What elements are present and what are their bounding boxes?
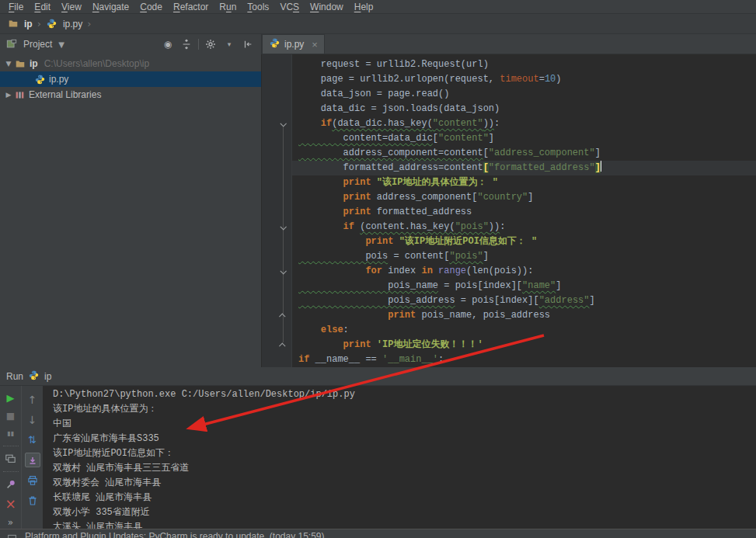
breadcrumb-label: ip [24, 19, 33, 30]
status-bar: Platform and Plugin Updates: PyCharm is … [0, 529, 756, 538]
code-line: print address_component["country"] [292, 190, 756, 205]
console-line: 该IP地址的具体位置为： [53, 402, 756, 417]
breadcrumb-chevron-icon: › [87, 18, 91, 30]
project-panel-title[interactable]: Project [23, 39, 52, 50]
project-panel-header: Project ▼ ◉▾ [0, 34, 262, 54]
code-line: pois_name = pois[index]["name"] [292, 279, 756, 293]
code-line: address_component=content["address_compo… [292, 146, 756, 161]
run-toolbar-right: ↑↓⇅ [22, 386, 44, 529]
run-tool-window: Run ip ▶■▮▮×» ↑↓⇅ D:\Python27\python.exe… [0, 367, 756, 529]
code-line: request = urllib2.Request(url) [292, 57, 756, 72]
fold-open-icon[interactable] [278, 223, 287, 231]
stop-icon[interactable]: ■ [3, 410, 19, 422]
tree-item-ip[interactable]: ▼ipC:\Users\allen\Desktop\ip [0, 56, 261, 71]
project-title-caret-icon[interactable]: ▼ [58, 40, 64, 49]
menu-bar: FileEditViewNavigateCodeRefactorRunTools… [0, 0, 756, 13]
code-line: formatted_address=content["formatted_add… [292, 161, 756, 175]
printer-icon[interactable] [25, 473, 40, 488]
code-line: if(data_dic.has_key("content")): [292, 116, 756, 131]
hide-panel-icon[interactable] [241, 37, 255, 51]
project-toolwindow-icon [5, 37, 19, 51]
pycharm-window: FileEditViewNavigateCodeRefactorRunTools… [0, 0, 756, 538]
tab-close-icon[interactable]: × [312, 39, 318, 50]
trash-icon[interactable] [25, 493, 40, 508]
fold-open-icon[interactable] [278, 267, 287, 276]
breadcrumb-chevron-icon: › [37, 18, 41, 30]
locate-icon[interactable]: ◉ [161, 37, 175, 51]
menu-item-window[interactable]: Window [305, 2, 349, 12]
console-line: 双墩村委会 汕尾市海丰县 [53, 476, 756, 491]
menu-item-navigate[interactable]: Navigate [87, 2, 134, 12]
pin-icon[interactable] [3, 478, 19, 491]
menu-item-run[interactable]: Run [214, 2, 242, 12]
cycle-icon[interactable]: ⇅ [25, 432, 40, 447]
dropdown-caret-icon[interactable]: ▾ [222, 37, 236, 51]
python-icon [35, 75, 45, 85]
tree-item-label: ip.py [49, 74, 68, 85]
tree-expand-icon[interactable]: ▶ [3, 91, 14, 99]
code-line: content=data_dic["content"] [292, 131, 756, 146]
code-line: else: [292, 323, 756, 338]
console-line: D:\Python27\python.exe C:/Users/allen/De… [53, 387, 756, 402]
console-line: 中国 [53, 417, 756, 432]
libraries-icon [15, 90, 25, 100]
project-panel-toolbar: ◉▾ [161, 37, 261, 51]
run-panel-title[interactable]: Run [6, 371, 23, 382]
code-editor[interactable]: request = urllib2.Request(url) page = ur… [262, 54, 756, 367]
menu-item-view[interactable]: View [56, 2, 87, 12]
code-line: pois_address = pois[index]["address"] [292, 293, 756, 308]
menu-item-code[interactable]: Code [134, 2, 168, 12]
code-line: print 'IP地址定位失败！！！' [292, 338, 756, 352]
up-icon[interactable]: ↑ [25, 392, 40, 407]
run-console-output[interactable]: D:\Python27\python.exe C:/Users/allen/De… [44, 386, 756, 529]
tree-expand-icon[interactable]: ▼ [3, 60, 14, 68]
down-icon[interactable]: ↓ [25, 412, 40, 427]
rerun-icon[interactable]: ▶ [3, 392, 19, 404]
tree-item-external-libraries[interactable]: ▶External Libraries [0, 87, 261, 102]
breadcrumb-item-ip[interactable]: ip [6, 17, 33, 31]
console-line: 双墩小学 335省道附近 [53, 505, 756, 520]
toolwindow-toggle-icon[interactable] [5, 531, 19, 538]
fold-guide-line [283, 127, 284, 342]
tree-item-ip.py[interactable]: ip.py [0, 71, 261, 87]
status-message[interactable]: Platform and Plugin Updates: PyCharm is … [25, 531, 325, 538]
code-line: for index in range(len(pois)): [292, 264, 756, 279]
code-line: data_json = page.read() [292, 87, 756, 102]
menu-item-tools[interactable]: Tools [242, 2, 274, 12]
toolbar-separator [3, 471, 19, 472]
menu-item-help[interactable]: Help [349, 2, 379, 12]
menu-item-refactor[interactable]: Refactor [168, 2, 214, 12]
toolbar-separator [198, 39, 199, 50]
more-icon[interactable]: » [3, 516, 19, 529]
folder-icon [6, 17, 20, 31]
menu-item-file[interactable]: File [3, 2, 29, 12]
editor-tab-ippy[interactable]: ip.py × [262, 34, 325, 54]
code-line: if (content.has_key("pois")): [292, 220, 756, 234]
close-icon[interactable]: × [3, 496, 19, 511]
run-toolbar-left: ▶■▮▮×» [0, 386, 22, 529]
fold-close-icon[interactable] [278, 311, 287, 320]
tree-item-label: External Libraries [29, 89, 101, 100]
pause-icon[interactable]: ▮▮ [3, 428, 19, 440]
fold-close-icon[interactable] [278, 341, 287, 349]
editor-code-area[interactable]: request = urllib2.Request(url) page = ur… [292, 54, 756, 367]
collapse-all-icon[interactable] [179, 37, 193, 51]
fold-open-icon[interactable] [278, 120, 287, 128]
folder-icon [15, 59, 26, 69]
project-tree: ▼ipC:\Users\allen\Desktop\ipip.py▶Extern… [0, 54, 262, 367]
gear-icon[interactable] [204, 37, 218, 51]
console-icon[interactable] [3, 453, 19, 465]
run-config-name[interactable]: ip [44, 371, 51, 382]
toolbar-separator [3, 446, 19, 446]
console-line: 双墩村 汕尾市海丰县三三五省道 [53, 461, 756, 476]
scroll-end-icon[interactable] [25, 453, 40, 467]
console-line: 广东省汕尾市海丰县S335 [53, 432, 756, 446]
menu-item-edit[interactable]: Edit [29, 2, 56, 12]
tool-row: Project ▼ ◉▾ ip.py × [0, 34, 756, 54]
tree-item-label: ip [30, 58, 38, 69]
editor-tab-bar: ip.py × [262, 34, 756, 54]
menu-item-vcs[interactable]: VCS [274, 2, 305, 12]
python-icon [45, 17, 59, 31]
breadcrumb-item-ip.py[interactable]: ip.py [45, 17, 82, 31]
code-line: print "该IP地址附近POI信息如下： " [292, 234, 756, 249]
